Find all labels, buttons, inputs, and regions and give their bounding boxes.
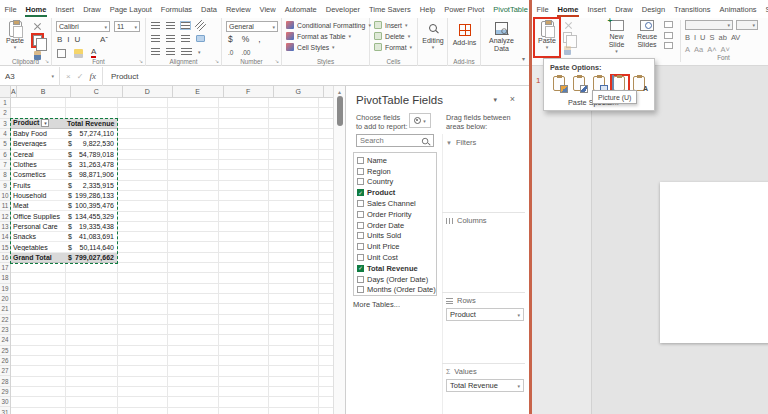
field-checkbox[interactable]: [357, 276, 364, 283]
powerpoint-tab[interactable]: Home: [553, 0, 583, 18]
powerpoint-tab[interactable]: Transitions: [670, 0, 715, 18]
row-header[interactable]: 8: [0, 170, 10, 180]
pivot-table-row[interactable]: Clothes $31,263,478: [11, 160, 117, 170]
pivot-table-total-row[interactable]: Grand Total $799,027,662: [11, 253, 117, 263]
excel-tab[interactable]: Power Pivot: [440, 0, 489, 18]
pivot-table-row[interactable]: Vegetables $50,114,640: [11, 242, 117, 252]
pivot-table-row[interactable]: Cosmetics $98,871,906: [11, 170, 117, 180]
row-header[interactable]: 23: [0, 325, 10, 335]
excel-tab[interactable]: Automate: [280, 0, 321, 18]
field-checkbox[interactable]: [357, 189, 364, 196]
align-top-icon[interactable]: [151, 22, 160, 29]
font-style-button[interactable]: U: [75, 35, 81, 44]
grid-vertical-scrollbar[interactable]: ▴: [333, 86, 345, 414]
excel-tab[interactable]: Insert: [51, 0, 79, 18]
excel-tab[interactable]: Review: [221, 0, 255, 18]
search-box[interactable]: [356, 134, 434, 147]
excel-tab[interactable]: Data: [197, 0, 222, 18]
row-header[interactable]: 27: [0, 366, 10, 376]
addins-button[interactable]: Add-ins: [450, 24, 479, 47]
pp-font-style-button[interactable]: U: [700, 33, 705, 42]
pp-font-style-button[interactable]: B: [685, 33, 690, 42]
section-icon[interactable]: [664, 42, 673, 49]
revenue-header-cell[interactable]: Total Revenue: [65, 120, 117, 127]
row-header[interactable]: 6: [0, 150, 10, 160]
excel-tab[interactable]: Page Layout: [105, 0, 156, 18]
row-header[interactable]: 22: [0, 315, 10, 325]
row-header[interactable]: 21: [0, 304, 10, 314]
font-style-button[interactable]: I: [67, 35, 69, 44]
cancel-formula-icon[interactable]: ×: [66, 72, 71, 81]
slide-thumbnail-panel[interactable]: 1: [532, 66, 591, 414]
scrollbar-thumb[interactable]: [337, 96, 343, 126]
slide-layout-icon[interactable]: [664, 21, 673, 28]
font-dialog-launcher[interactable]: ↘: [139, 58, 143, 64]
chevron-down-icon[interactable]: ▾: [493, 96, 497, 104]
powerpoint-tab[interactable]: Animations: [715, 0, 761, 18]
field-item[interactable]: Name: [357, 155, 436, 166]
excel-tab[interactable]: View: [255, 0, 280, 18]
column-header[interactable]: G: [274, 86, 324, 97]
select-all-corner[interactable]: [0, 86, 11, 97]
pivot-table-row[interactable]: Snacks $41,083,691: [11, 232, 117, 242]
pp-font-extra-button[interactable]: A˄: [707, 45, 716, 54]
enter-formula-icon[interactable]: ✓: [77, 72, 84, 81]
excel-tab[interactable]: Time Savers: [364, 0, 415, 18]
reset-slide-icon[interactable]: [664, 32, 673, 39]
pp-font-extra-button[interactable]: A: [685, 45, 690, 54]
pp-font-style-button[interactable]: AV: [731, 33, 740, 42]
powerpoint-tab[interactable]: File: [532, 0, 553, 18]
field-checkbox[interactable]: [357, 211, 364, 218]
row-header[interactable]: 14: [0, 232, 10, 242]
field-item[interactable]: Unit Cost: [357, 252, 436, 263]
reuse-slides-button[interactable]: Reuse Slides: [632, 20, 662, 49]
field-item[interactable]: Days (Order Date): [357, 274, 436, 285]
excel-paste-button[interactable]: Paste ▾: [3, 21, 27, 51]
row-header[interactable]: 30: [0, 397, 10, 407]
row-header[interactable]: 29: [0, 387, 10, 397]
row-header[interactable]: 5: [0, 139, 10, 149]
excel-tab[interactable]: Help: [415, 0, 439, 18]
column-header[interactable]: B: [17, 86, 71, 97]
decrease-indent-icon[interactable]: [151, 48, 160, 55]
spreadsheet-grid[interactable]: ABCDEFG 12345678910111213141516171819202…: [0, 86, 333, 414]
decimal-button[interactable]: .00: [241, 49, 250, 56]
row-header[interactable]: 28: [0, 376, 10, 386]
column-header[interactable]: C: [71, 86, 123, 97]
rows-field-dropdown[interactable]: Product▾: [446, 308, 524, 321]
field-item[interactable]: Units Sold: [357, 231, 436, 242]
number-symbol-button[interactable]: ,: [258, 34, 260, 44]
row-header[interactable]: 12: [0, 211, 10, 221]
tools-gear-button[interactable]: ▾: [409, 113, 431, 128]
pp-paste-button-annotated[interactable]: Paste ▾: [535, 19, 559, 56]
row-header[interactable]: 9: [0, 181, 10, 191]
styles-menu-item[interactable]: Conditional Formatting▾: [286, 21, 371, 29]
number-symbol-button[interactable]: %: [242, 34, 250, 44]
align-left-icon[interactable]: [151, 35, 160, 42]
product-header-cell[interactable]: Product▾: [11, 119, 65, 127]
borders-icon[interactable]: [57, 49, 66, 58]
column-header[interactable]: F: [224, 86, 274, 97]
analyze-data-button[interactable]: Analyze Data: [483, 22, 520, 53]
row-header[interactable]: 3: [0, 119, 10, 129]
row-header[interactable]: 13: [0, 222, 10, 232]
field-item[interactable]: Sales Channel: [357, 198, 436, 209]
pp-font-extra-button[interactable]: A˅: [721, 45, 730, 54]
field-checkbox[interactable]: [357, 232, 364, 239]
cells-menu-item[interactable]: Delete▾: [374, 32, 412, 40]
more-tables-link[interactable]: More Tables...: [353, 300, 400, 309]
pp-font-style-button[interactable]: I: [694, 33, 696, 42]
orientation-icon[interactable]: [195, 20, 206, 31]
scroll-up-icon[interactable]: ▴: [334, 88, 345, 95]
row-header[interactable]: 26: [0, 356, 10, 366]
number-dialog-launcher[interactable]: ↘: [275, 58, 279, 64]
pivot-table-row[interactable]: Meat $100,395,476: [11, 201, 117, 211]
row-header[interactable]: 18: [0, 273, 10, 283]
row-header[interactable]: 7: [0, 160, 10, 170]
clipboard-dialog-launcher[interactable]: ↘: [45, 58, 49, 64]
align-bottom-icon[interactable]: [181, 22, 190, 29]
cut-icon[interactable]: [33, 22, 41, 30]
row-header[interactable]: 11: [0, 201, 10, 211]
paste-option-button[interactable]: [552, 76, 568, 93]
align-right-icon[interactable]: [181, 35, 190, 42]
